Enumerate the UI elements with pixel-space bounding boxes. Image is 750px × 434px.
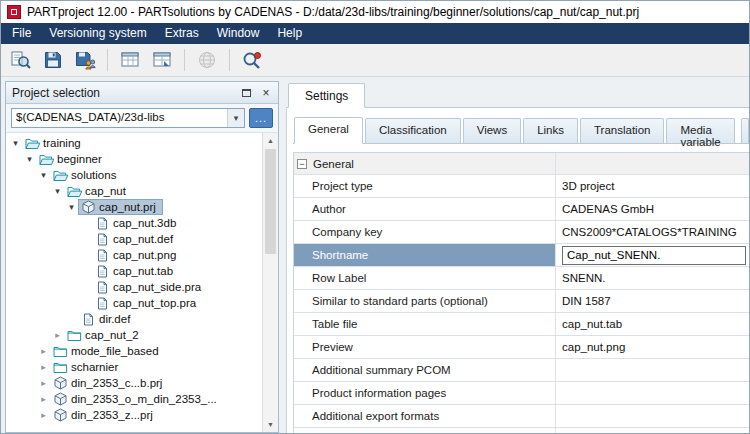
cube-icon xyxy=(80,200,97,214)
property-label[interactable]: Row Label xyxy=(294,267,556,289)
tree-item[interactable]: ▸scharnier xyxy=(6,359,262,375)
property-label[interactable]: Additional export formats xyxy=(294,405,556,427)
browse-button[interactable]: ... xyxy=(249,108,273,128)
path-combo[interactable]: $(CADENAS_DATA)/23d-libs ▾ xyxy=(11,108,245,128)
expand-arrow-icon[interactable]: ▸ xyxy=(37,410,50,420)
property-value[interactable]: cap_nut.tab xyxy=(556,313,749,335)
chevron-down-icon: ▾ xyxy=(234,113,239,123)
tree-item[interactable]: cap_nut.tab xyxy=(6,263,262,279)
property-value[interactable]: 3D project xyxy=(556,175,749,197)
menu-item-file[interactable]: File xyxy=(3,23,40,44)
menu-item-window[interactable]: Window xyxy=(208,23,269,44)
save-multiple-button[interactable] xyxy=(71,47,99,73)
tree-item[interactable]: ▸din_2353_c...b.prj xyxy=(6,375,262,391)
property-label[interactable]: Similar to standard parts (optional) xyxy=(294,290,556,312)
file-icon xyxy=(80,313,97,326)
save-button[interactable] xyxy=(39,47,67,73)
tree-item[interactable]: cap_nut.def xyxy=(6,231,262,247)
collapse-arrow-icon[interactable]: ▾ xyxy=(51,186,64,196)
collapse-arrow-icon[interactable]: ▾ xyxy=(9,138,22,148)
property-value[interactable] xyxy=(556,382,749,404)
tree-item[interactable]: cap_nut_side.pra xyxy=(6,279,262,295)
tree-item-label: cap_nut.prj xyxy=(97,201,159,213)
expand-arrow-icon[interactable]: ▸ xyxy=(37,362,50,372)
property-label[interactable]: Preview xyxy=(294,336,556,358)
float-panel-button[interactable] xyxy=(237,84,255,101)
menu-item-versioning-system[interactable]: Versioning system xyxy=(40,23,155,44)
property-label[interactable]: Table file xyxy=(294,313,556,335)
tab-views[interactable]: Views xyxy=(463,118,521,143)
tree-scrollbar[interactable]: ▲ ▼ xyxy=(262,133,278,432)
property-value[interactable]: CNS2009*CATALOGS*TRAINING xyxy=(556,221,749,243)
property-value[interactable]: DIN 1587 xyxy=(556,290,749,312)
globe-button[interactable] xyxy=(193,47,221,73)
tree-item[interactable]: ▾training xyxy=(6,135,262,151)
property-label[interactable]: Company key xyxy=(294,221,556,243)
tab-translation[interactable]: Translation xyxy=(580,118,664,143)
tree-item[interactable]: ▾solutions xyxy=(6,167,262,183)
property-row: Product information pages xyxy=(294,382,749,405)
property-value[interactable]: CADENAS GmbH xyxy=(556,198,749,220)
cube-icon xyxy=(52,392,69,406)
scroll-track[interactable] xyxy=(263,148,278,417)
shortname-input[interactable] xyxy=(562,246,746,265)
tree-item[interactable]: cap_nut_top.pra xyxy=(6,295,262,311)
tree-item[interactable]: cap_nut.3db xyxy=(6,215,262,231)
tree-item[interactable]: ▸din_2353_o_m_din_2353_... xyxy=(6,391,262,407)
tree-item[interactable]: ▾beginner xyxy=(6,151,262,167)
tree-item[interactable]: ▾cap_nut xyxy=(6,183,262,199)
tree-item[interactable]: ▸mode_file_based xyxy=(6,343,262,359)
scroll-down-button[interactable]: ▼ xyxy=(263,417,278,432)
inspect-button[interactable] xyxy=(238,47,266,73)
collapse-arrow-icon[interactable]: ▾ xyxy=(23,154,36,164)
expand-arrow-icon[interactable]: ▸ xyxy=(51,330,64,340)
property-row: Similar to standard parts (optional)DIN … xyxy=(294,290,749,313)
tree-item[interactable]: ▸cap_nut_2 xyxy=(6,327,262,343)
property-row: Row LabelSNENN. xyxy=(294,267,749,290)
tab-settings[interactable]: Settings xyxy=(288,83,365,108)
property-label[interactable]: Additional Datatables xyxy=(294,428,556,433)
close-panel-button[interactable]: × xyxy=(257,84,275,101)
table-window-alt-button[interactable] xyxy=(148,47,176,73)
expand-arrow-icon[interactable]: ▸ xyxy=(37,394,50,404)
property-value[interactable] xyxy=(556,244,749,266)
property-value[interactable]: cap_nut.png xyxy=(556,336,749,358)
property-row: Previewcap_nut.png xyxy=(294,336,749,359)
tab-classification[interactable]: Classification xyxy=(365,118,461,143)
property-value[interactable] xyxy=(556,405,749,427)
save-multiple-icon xyxy=(74,50,96,70)
tab-general[interactable]: General xyxy=(294,117,363,144)
combo-dropdown-button[interactable]: ▾ xyxy=(227,109,244,127)
collapse-group-icon[interactable]: − xyxy=(297,159,307,169)
scroll-up-button[interactable]: ▲ xyxy=(263,133,278,148)
tab-partial[interactable] xyxy=(741,118,749,143)
search-project-button[interactable] xyxy=(7,47,35,73)
property-value[interactable]: SNENN. xyxy=(556,267,749,289)
property-value[interactable] xyxy=(556,359,749,381)
scroll-thumb[interactable] xyxy=(265,149,276,254)
collapse-arrow-icon[interactable]: ▾ xyxy=(37,170,50,180)
menu-item-help[interactable]: Help xyxy=(268,23,311,44)
tree-item-label: cap_nut.def xyxy=(111,233,176,245)
tab-links[interactable]: Links xyxy=(523,118,578,143)
tree-item[interactable]: cap_nut.png xyxy=(6,247,262,263)
tree-item[interactable]: dir.def xyxy=(6,311,262,327)
property-value[interactable] xyxy=(556,428,749,433)
property-label[interactable]: Additional summary PCOM xyxy=(294,359,556,381)
property-label[interactable]: Shortname xyxy=(294,244,556,266)
menu-item-extras[interactable]: Extras xyxy=(156,23,208,44)
tab-media-variable[interactable]: Media variable xyxy=(666,118,734,143)
expand-arrow-icon[interactable]: ▸ xyxy=(37,346,50,356)
float-icon xyxy=(242,89,251,97)
group-header-row: − General xyxy=(294,153,749,175)
expand-arrow-icon[interactable]: ▸ xyxy=(37,378,50,388)
project-panel-title: Project selection xyxy=(12,86,235,100)
property-label[interactable]: Author xyxy=(294,198,556,220)
property-label[interactable]: Project type xyxy=(294,175,556,197)
property-label[interactable]: Product information pages xyxy=(294,382,556,404)
table-window-button[interactable] xyxy=(116,47,144,73)
collapse-arrow-icon[interactable]: ▾ xyxy=(65,202,78,212)
tree-item[interactable]: ▾cap_nut.prj xyxy=(6,199,262,215)
file-icon xyxy=(94,249,111,262)
tree-item[interactable]: ▸din_2353_z...prj xyxy=(6,407,262,423)
